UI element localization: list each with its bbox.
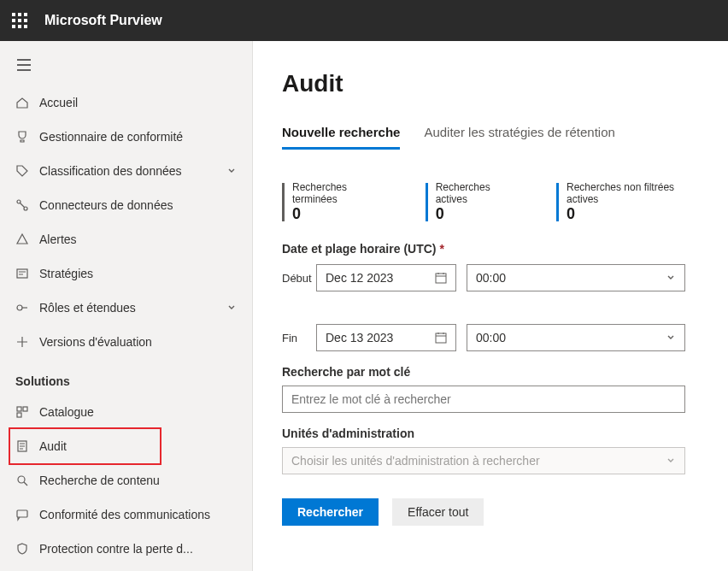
stat-value: 0 (436, 205, 519, 223)
stats-row: Recherches terminées 0 Recherches active… (282, 181, 699, 223)
end-time-input[interactable]: 00:00 (467, 324, 685, 351)
stat-label: Recherches terminées (292, 181, 388, 205)
required-mark: * (439, 242, 443, 256)
stat-value: 0 (567, 205, 699, 223)
admin-units-placeholder: Choisir les unités d'administration à re… (291, 454, 540, 468)
home-icon (15, 96, 39, 109)
nav-catalogue[interactable]: Catalogue (0, 395, 252, 429)
admin-units-label: Unités d'administration (282, 427, 699, 440)
shield-icon (15, 542, 39, 556)
svg-point-8 (18, 476, 25, 483)
end-label: Fin (282, 332, 306, 344)
chevron-down-icon (666, 333, 676, 343)
nav-classification-donnees[interactable]: Classification des données (0, 154, 252, 188)
stat-active: Recherches actives 0 (426, 181, 519, 223)
keyword-input[interactable] (282, 386, 685, 413)
start-row: Début Dec 12 2023 00:00 (282, 264, 699, 291)
main-content: Audit Nouvelle recherche Auditer les str… (253, 41, 728, 571)
tab-auditer-strategies[interactable]: Auditer les stratégies de rétention (424, 118, 614, 150)
start-time-value: 00:00 (476, 271, 506, 285)
nav-gestionnaire-conformite[interactable]: Gestionnaire de conformité (0, 120, 252, 154)
end-time-value: 00:00 (476, 331, 506, 344)
search-button[interactable]: Rechercher (282, 498, 379, 526)
svg-rect-11 (436, 333, 446, 343)
nav-label: Conformité des communications (39, 508, 237, 521)
nav-alertes[interactable]: Alertes (0, 222, 252, 256)
svg-rect-2 (17, 269, 27, 278)
chat-icon (15, 508, 39, 521)
svg-point-3 (17, 305, 22, 310)
nav-label: Catalogue (39, 405, 237, 419)
nav-strategies[interactable]: Stratégies (0, 256, 252, 291)
end-date-value: Dec 13 2023 (326, 331, 393, 344)
tag-icon (15, 164, 39, 178)
brand-title: Microsoft Purview (44, 13, 162, 28)
nav-roles-etendues[interactable]: Rôles et étendues (0, 291, 252, 325)
tab-bar: Nouvelle recherche Auditer les stratégie… (282, 118, 699, 150)
sparkle-icon (15, 335, 39, 349)
audit-icon (15, 439, 39, 453)
connector-icon (15, 198, 39, 212)
svg-rect-9 (17, 510, 27, 517)
hamburger-icon (17, 59, 31, 71)
admin-units-select[interactable]: Choisir les unités d'administration à re… (282, 447, 685, 474)
stat-label: Recherches non filtrées actives (567, 181, 699, 205)
nav-label: Accueil (39, 96, 237, 109)
button-row: Rechercher Effacer tout (282, 498, 699, 526)
key-icon (15, 301, 39, 315)
nav-label: Rôles et étendues (39, 301, 226, 315)
policy-icon (15, 267, 39, 280)
calendar-icon (435, 272, 447, 284)
page-title: Audit (282, 70, 699, 97)
catalog-icon (15, 405, 39, 419)
nav-label: Protection contre la perte d... (39, 542, 237, 556)
chevron-down-icon (666, 456, 676, 466)
svg-rect-10 (436, 274, 446, 283)
trophy-icon (15, 130, 39, 144)
start-label: Début (282, 272, 306, 285)
start-date-value: Dec 12 2023 (326, 271, 393, 285)
nav-audit[interactable]: Audit (0, 429, 252, 463)
start-date-input[interactable]: Dec 12 2023 (316, 264, 456, 291)
nav-label: Recherche de contenu (39, 474, 237, 487)
nav-connecteurs-donnees[interactable]: Connecteurs de données (0, 188, 252, 222)
nav-label: Classification des données (39, 164, 226, 178)
nav-section-solutions: Solutions (0, 359, 252, 395)
stat-value: 0 (292, 205, 388, 223)
chevron-down-icon (226, 303, 237, 313)
keyword-label: Recherche par mot clé (282, 365, 699, 379)
app-launcher-icon[interactable] (12, 13, 27, 28)
nav-label: Alertes (39, 233, 237, 246)
nav-accueil[interactable]: Accueil (0, 85, 252, 120)
nav-label: Audit (39, 439, 237, 453)
calendar-icon (435, 332, 447, 344)
stat-label: Recherches actives (436, 181, 519, 205)
collapse-nav-button[interactable] (0, 50, 252, 80)
nav-label: Connecteurs de données (39, 198, 237, 212)
stat-completed: Recherches terminées 0 (282, 181, 388, 223)
sidebar: Accueil Gestionnaire de conformité Class… (0, 41, 253, 571)
nav-label: Stratégies (39, 267, 237, 280)
chevron-down-icon (226, 166, 237, 176)
start-time-input[interactable]: 00:00 (467, 264, 685, 291)
svg-rect-6 (17, 413, 21, 417)
nav-label: Gestionnaire de conformité (39, 130, 237, 144)
end-row: Fin Dec 13 2023 00:00 (282, 324, 699, 351)
tab-nouvelle-recherche[interactable]: Nouvelle recherche (282, 118, 400, 150)
end-date-input[interactable]: Dec 13 2023 (316, 324, 456, 351)
topbar: Microsoft Purview (0, 0, 728, 41)
nav-label: Versions d'évaluation (39, 335, 237, 349)
nav-versions-evaluation[interactable]: Versions d'évaluation (0, 325, 252, 359)
alert-icon (15, 233, 39, 246)
nav-recherche-contenu[interactable]: Recherche de contenu (0, 463, 252, 497)
svg-rect-5 (23, 407, 27, 411)
chevron-down-icon (666, 273, 676, 283)
stat-unfiltered-active: Recherches non filtrées actives 0 (556, 181, 699, 223)
nav-conformite-communications[interactable]: Conformité des communications (0, 497, 252, 532)
clear-button[interactable]: Effacer tout (392, 498, 484, 526)
datetime-range-label: Date et plage horaire (UTC) * (282, 242, 699, 256)
search-icon (15, 474, 39, 487)
nav-protection-perte-donnees[interactable]: Protection contre la perte d... (0, 532, 252, 566)
svg-rect-4 (17, 407, 21, 411)
